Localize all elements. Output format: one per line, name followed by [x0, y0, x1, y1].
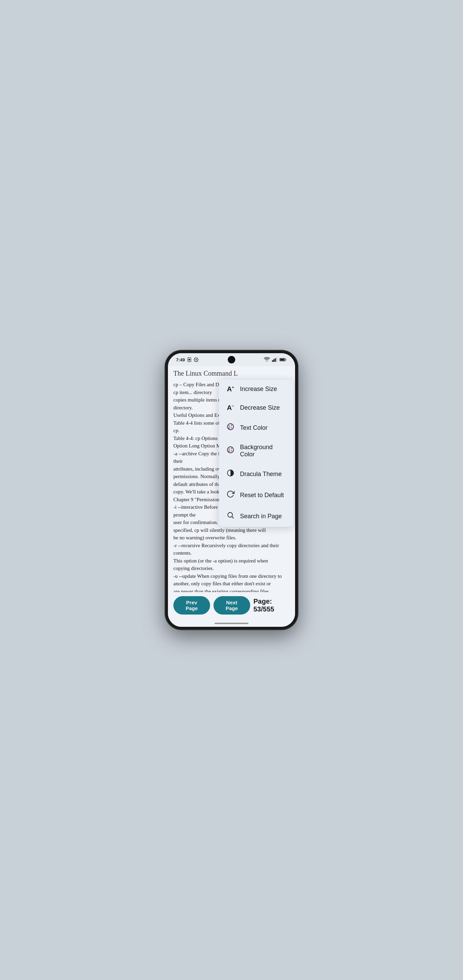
svg-point-15 [231, 448, 233, 450]
gear-icon [194, 357, 198, 362]
search-in-page-label: Search in Page [240, 513, 282, 520]
wifi-icon [264, 357, 270, 362]
reset-default-label: Reset to Default [240, 492, 284, 499]
signal-icon [272, 357, 277, 362]
svg-rect-3 [273, 359, 274, 362]
svg-rect-4 [275, 358, 276, 362]
status-bar: 7:49 [168, 353, 295, 366]
home-indicator[interactable] [214, 623, 249, 624]
svg-rect-5 [276, 358, 277, 362]
svg-point-13 [227, 447, 233, 453]
increase-size-label: Increase Size [240, 385, 277, 393]
svg-point-14 [228, 449, 230, 450]
status-right [264, 357, 287, 362]
svg-rect-2 [272, 360, 273, 362]
svg-point-16 [228, 450, 230, 452]
increase-size-icon: A+ [226, 385, 235, 393]
svg-point-11 [228, 427, 230, 429]
reset-default-button[interactable]: Reset to Default [219, 485, 294, 506]
next-page-button[interactable]: Next Page [214, 596, 250, 614]
phone-frame: 7:49 The Linux Command L cp – Copy Files… [165, 350, 298, 630]
bottom-nav: Prev Page Next Page Page: 53/555 [168, 592, 295, 621]
dracula-theme-icon [226, 469, 235, 479]
text-color-label: Text Color [240, 424, 268, 431]
search-in-page-button[interactable]: Search in Page [219, 506, 294, 527]
text-color-icon [226, 423, 235, 433]
battery-icon [279, 358, 287, 362]
background-color-label: Background Color [240, 444, 287, 458]
svg-point-10 [231, 425, 233, 426]
svg-point-8 [227, 424, 233, 430]
sim-card-icon [187, 357, 192, 362]
book-title-bar: The Linux Command L [168, 366, 295, 379]
svg-point-12 [231, 427, 233, 429]
svg-point-17 [231, 450, 233, 452]
svg-point-9 [228, 425, 230, 427]
svg-rect-1 [189, 359, 190, 361]
dracula-theme-button[interactable]: Dracula Theme [219, 463, 294, 485]
svg-rect-7 [280, 359, 285, 361]
page-indicator: Page: 53/555 [254, 598, 290, 613]
decrease-size-label: Decrease Size [240, 404, 280, 411]
context-menu: A+ Increase Size A− Decrease Size [219, 380, 294, 527]
dracula-theme-label: Dracula Theme [240, 471, 282, 478]
prev-page-button[interactable]: Prev Page [173, 596, 210, 614]
background-color-icon [226, 446, 235, 456]
home-area [168, 621, 295, 627]
background-color-button[interactable]: Background Color [219, 438, 294, 463]
main-content: The Linux Command L cp – Copy Files and … [168, 366, 295, 592]
decrease-size-button[interactable]: A− Decrease Size [219, 398, 294, 417]
reset-default-icon [226, 490, 235, 500]
text-color-button[interactable]: Text Color [219, 417, 294, 438]
increase-size-button[interactable]: A+ Increase Size [219, 380, 294, 398]
search-in-page-icon [226, 511, 235, 521]
time-display: 7:49 [176, 357, 185, 363]
decrease-size-icon: A− [226, 404, 235, 412]
status-left: 7:49 [176, 357, 198, 363]
svg-line-19 [232, 517, 234, 519]
book-title: The Linux Command L [173, 369, 238, 377]
camera-notch [228, 356, 235, 363]
